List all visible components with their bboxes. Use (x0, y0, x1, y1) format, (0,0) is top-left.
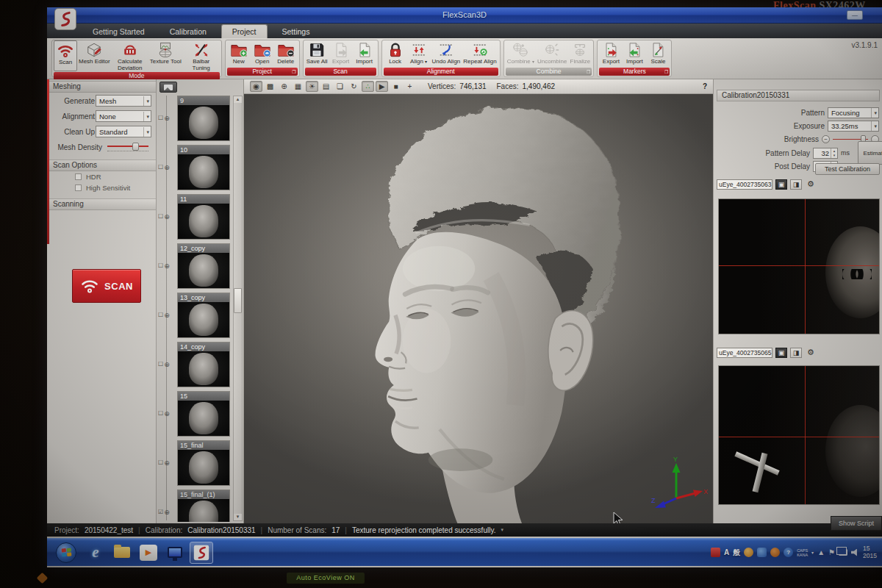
tray-help-icon[interactable]: ? (784, 548, 793, 557)
texture-view-icon[interactable]: ▤ (320, 81, 332, 92)
scan-thumbnail[interactable] (178, 450, 229, 485)
balbar-tuning-button[interactable]: Balbar Tuning (183, 40, 220, 71)
tray-app-icon[interactable] (770, 548, 780, 557)
cleanup-select[interactable]: Standard▾ (96, 126, 151, 137)
import-scan-button[interactable]: Import (353, 40, 376, 67)
start-button[interactable] (56, 542, 76, 563)
high-sensitive-checkbox[interactable] (75, 184, 82, 191)
scan-visibility-checkbox[interactable]: ☐ (158, 164, 163, 171)
scan-thumbnail[interactable] (178, 499, 229, 522)
scale-markers-button[interactable]: Scale (646, 40, 670, 67)
spin-down-icon[interactable]: ▾ (831, 153, 837, 157)
still-camera-icon[interactable]: ◨ (790, 348, 802, 358)
scan-card[interactable]: 13_copy (177, 293, 230, 338)
scroll-down-icon[interactable]: ▼ (236, 514, 240, 520)
scan-visibility-checkbox[interactable]: ☐ (158, 361, 163, 368)
generate-select[interactable]: Mesh▾ (96, 95, 151, 107)
status-dropdown-icon[interactable]: ▾ (501, 527, 503, 533)
bounding-box-icon[interactable]: ❏ (334, 81, 346, 92)
import-markers-button[interactable]: Import (623, 40, 646, 67)
scan-card[interactable]: 12_copy (177, 243, 230, 289)
settings-gear-icon[interactable]: ⚙ (805, 179, 817, 190)
dialog-launcher-icon[interactable]: ❐ (664, 68, 668, 76)
new-project-button[interactable]: New (227, 40, 251, 67)
reset-view-icon[interactable]: ↻ (348, 81, 360, 92)
mesh-density-slider[interactable] (107, 141, 151, 153)
action-center-flag-icon[interactable]: ⚑ (828, 548, 835, 556)
dialog-launcher-icon[interactable]: ❐ (587, 68, 590, 76)
app-logo[interactable] (54, 8, 76, 30)
scan-card[interactable]: 15_final (177, 440, 230, 486)
scan-visibility-checkbox[interactable]: ☐ (158, 213, 163, 220)
export-markers-button[interactable]: Export (599, 40, 623, 67)
scan-card[interactable]: 10 (177, 145, 230, 190)
scan-visibility-checkbox[interactable]: ☐ (158, 262, 163, 270)
test-calibration-button[interactable]: Test Calibration (815, 163, 880, 175)
scan-thumbnail[interactable] (178, 105, 229, 140)
camera-id-field[interactable]: uEye_4002735063 (717, 179, 772, 190)
scan-item[interactable]: ☐ ⊕ 13_copy (158, 293, 232, 338)
scan-visibility-checkbox[interactable]: ☐ (158, 410, 163, 417)
video-stream-icon[interactable]: ▣ (775, 179, 787, 190)
alignment-select[interactable]: None▾ (96, 110, 151, 122)
align-button[interactable]: Align ▾ (407, 40, 431, 67)
settings-gear-icon[interactable]: ⚙ (805, 348, 817, 358)
scan-button[interactable]: SCAN (72, 269, 141, 303)
hdr-checkbox[interactable] (75, 173, 82, 180)
mesh-editor-button[interactable]: Mesh Editor (77, 40, 112, 71)
scan-visibility-checkbox[interactable]: ☐ (158, 312, 163, 319)
video-stream-icon[interactable]: ▣ (775, 348, 787, 358)
slider-thumb[interactable] (132, 143, 139, 151)
open-project-button[interactable]: Open (251, 40, 274, 67)
taskbar-devices-icon[interactable] (163, 542, 187, 564)
ime-language-icon[interactable]: A (724, 548, 729, 556)
pattern-delay-input[interactable]: 32▴▾ (813, 148, 838, 159)
scan-thumbnail[interactable] (178, 401, 229, 436)
pattern-select[interactable]: Focusing▾ (828, 107, 879, 118)
tab-getting-started[interactable]: Getting Started (82, 25, 155, 38)
wireframe-view-icon[interactable]: ⊕ (278, 81, 290, 92)
scan-card[interactable]: 15_final_(1) (177, 490, 230, 522)
tab-project[interactable]: Project (221, 24, 268, 38)
ime-mode-icon[interactable]: 般 (733, 548, 740, 558)
undo-align-button[interactable]: Undo Align (431, 40, 462, 67)
scan-item[interactable]: ☐ ⊕ 14_copy (158, 342, 232, 387)
play-icon[interactable]: ▶ (376, 81, 388, 92)
scan-item[interactable]: ☐ ⊕ 9 (158, 96, 232, 141)
tab-settings[interactable]: Settings (272, 25, 320, 38)
ime-caret-icon[interactable]: ▾ (811, 550, 814, 555)
mesh-view-icon[interactable]: ▩ (264, 81, 276, 92)
scan-thumbnail[interactable] (178, 302, 229, 337)
pan-icon[interactable]: + (404, 81, 416, 92)
still-camera-icon[interactable]: ◨ (790, 179, 802, 190)
3d-viewport[interactable]: Y X Z (244, 94, 713, 523)
lock-button[interactable]: Lock (384, 40, 407, 67)
scan-card[interactable]: 9 (177, 96, 230, 141)
scan-card[interactable]: 15 (177, 391, 230, 437)
taskbar-explorer-icon[interactable] (110, 542, 134, 564)
estimate-button[interactable]: Estimate (858, 141, 882, 165)
stop-icon[interactable]: ■ (390, 81, 402, 92)
tray-app-icon[interactable] (757, 548, 767, 557)
calculate-deviation-button[interactable]: Calculate Deviation (112, 40, 148, 71)
scrollbar-track[interactable] (234, 103, 242, 514)
camera-id-field[interactable]: uEye_4002735065 (717, 348, 772, 358)
scan-thumbnail[interactable] (178, 351, 229, 387)
scrollbar-thumb[interactable] (234, 288, 242, 313)
scrollbar[interactable]: ▲ ▼ (233, 96, 243, 521)
taskbar-ie-icon[interactable]: e (84, 542, 107, 564)
scan-item[interactable]: ☑ ⊕ 15_final_(1) (158, 490, 232, 522)
display-switch-icon[interactable] (839, 549, 847, 556)
thumbnail-view-button[interactable] (159, 82, 177, 93)
scan-visibility-checkbox[interactable]: ☐ (158, 115, 163, 122)
texture-tool-button[interactable]: Texture Tool (148, 40, 183, 71)
scroll-up-icon[interactable]: ▲ (236, 96, 240, 103)
scan-thumbnail[interactable] (178, 154, 229, 190)
scan-thumbnail[interactable] (178, 204, 229, 239)
volume-icon[interactable] (851, 549, 859, 556)
save-all-button[interactable]: Save All (305, 40, 329, 67)
shaded-view-icon[interactable]: ◉ (250, 81, 262, 92)
brightness-decrease-button[interactable]: − (822, 135, 830, 143)
scan-item[interactable]: ☐ ⊕ 15_final (158, 440, 232, 486)
taskbar-clock[interactable]: 152015 (863, 545, 882, 559)
